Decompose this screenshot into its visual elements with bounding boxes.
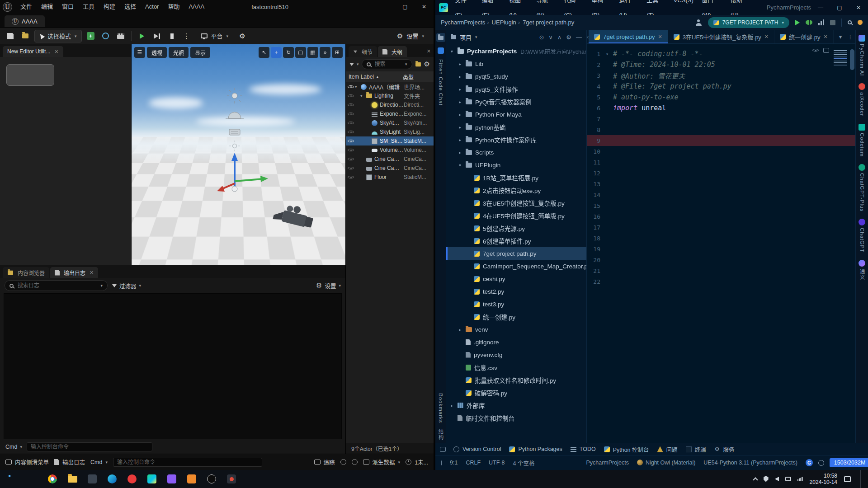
item-label-column-header[interactable]: Item Label ▲ [349,74,403,80]
project-tree-row[interactable]: 信息.csv [446,361,586,374]
tray-expand-icon[interactable] [753,477,758,482]
visibility-eye-icon[interactable] [348,165,354,171]
visibility-eye-icon[interactable] [348,174,354,180]
project-tree-row[interactable]: 6创建菜单插件.py [446,235,586,247]
project-tree-row[interactable]: pyvenv.cfg [446,348,586,361]
tool-window-button[interactable]: Python Packages [505,443,566,455]
tool-window-button[interactable]: 终端 [682,443,710,455]
app-purple-icon[interactable] [162,470,182,488]
right-stripe-tool[interactable]: PyCharm AI [859,35,865,76]
tool-windows-icon[interactable] [440,447,446,452]
save-icon[interactable] [5,30,16,42]
editor-tab[interactable]: 3在UE5中创建按钮_复杂版.py ✕ [668,30,774,43]
tool-window-button[interactable]: 服务 [710,443,739,455]
edge-browser-icon[interactable] [102,470,122,488]
display-icon[interactable] [785,477,791,481]
code-line[interactable]: 20 [587,254,855,265]
outliner-row[interactable]: SkyLight SkyLig... [346,127,434,136]
tool-window-button[interactable]: 问题 [653,443,682,455]
outliner-search-box[interactable]: ▾ [362,59,412,69]
file-encoding[interactable]: UTF-8 [489,460,505,466]
project-panel-title[interactable]: 项目 [460,33,472,42]
rotate-tool-icon[interactable]: ↻ [283,47,294,58]
grid-snap-icon[interactable]: ▦ [307,47,318,58]
menu-item[interactable]: 窗口 [57,0,78,14]
content-browser-tab[interactable]: 内容浏览器 [3,267,49,278]
derived-data-dropdown[interactable]: 派生数据▾ [363,458,401,466]
menu-item[interactable]: 文件 [16,0,37,14]
project-tree-row[interactable]: UEPlugin [446,159,586,171]
level-tab[interactable]: U AAAA [5,15,45,27]
code-line[interactable]: 12 [587,168,855,178]
eject-icon[interactable] [166,30,178,42]
expand-all-icon[interactable]: ∨ [548,34,553,41]
scale-tool-icon[interactable]: ▢ [295,47,306,58]
perspective-dropdown[interactable]: 透视 [147,47,167,58]
frame-skip-icon[interactable] [151,30,163,42]
project-tree-row[interactable]: Lib [446,57,586,70]
outliner-row[interactable]: Direction... Directi... [346,100,434,109]
lit-mode-dropdown[interactable]: 光照 [169,47,189,58]
console-command-input[interactable] [113,458,262,467]
right-stripe-tool[interactable]: ChatGPT-Plus [859,164,865,212]
project-tree-row[interactable]: 临时文件和控制台 [446,412,586,424]
code-line[interactable]: 5 # auto-py-to-exe [587,92,855,103]
close-icon[interactable]: ✕ [54,49,58,55]
expand-arrow-icon[interactable] [451,403,458,408]
code-line[interactable]: 8 [587,124,855,135]
tool-window-button[interactable]: Version Control [449,443,505,455]
maximize-viewport-icon[interactable]: ⊞ [332,47,343,58]
profiler-icon[interactable] [818,19,824,25]
menu-item[interactable]: 选择 [120,0,141,14]
notification-icon[interactable] [858,20,863,25]
code-line[interactable]: 3 # @Author: 雪花更夫 [587,70,855,81]
menu-item[interactable]: 帮助 [163,0,184,14]
close-icon[interactable]: ✕ [90,270,94,276]
code-line[interactable]: 19 [587,244,855,254]
move-gizmo[interactable] [217,153,268,192]
project-tree-row[interactable]: test3.py [446,298,586,310]
select-mode-dropdown[interactable]: 选择模式 ▾ [34,30,82,42]
blueprints-icon[interactable] [100,30,112,42]
tool-window-button[interactable]: TODO [566,443,600,455]
settings-dropdown[interactable]: 设置 ▾ [392,30,429,42]
collapse-all-icon[interactable]: ∧ [557,34,562,41]
code-line[interactable]: 6 import unreal [587,103,855,113]
project-tree-row[interactable]: 1B站_菜单栏拓展.py [446,171,586,184]
log-settings-dropdown[interactable]: 设置 ▾ [316,282,341,290]
code-line[interactable]: 2 # @Time: 2024-10-01 22:05 [587,59,855,70]
line-separator[interactable]: CRLF [466,460,481,466]
memory-indicator[interactable]: 1503/2032M [830,458,868,467]
file-explorer-icon[interactable] [62,470,82,488]
expand-toolbar-icon[interactable]: » [320,47,330,58]
caret-position[interactable]: 9:1 [450,460,458,466]
code-line[interactable]: 18 [587,233,855,244]
outliner-search-input[interactable] [374,61,402,68]
code-line[interactable]: 11 [587,157,855,168]
code-with-me-icon[interactable] [695,19,702,26]
project-tree-row[interactable]: venv [446,323,586,336]
transform-gizmo[interactable] [203,86,280,226]
close-tab-icon[interactable]: ✕ [823,34,827,40]
project-tree-row[interactable]: test2.py [446,285,586,298]
app-dark-icon[interactable] [82,470,102,488]
menu-item[interactable]: Actor [141,0,163,14]
utility-tab[interactable]: New Editor Utilit... ✕ [3,46,63,57]
expand-arrow-icon[interactable] [451,49,458,54]
hide-panel-icon[interactable]: — [576,34,582,41]
code-line[interactable]: 10 [587,146,855,157]
minimize-button[interactable] [811,0,830,15]
project-tree-row[interactable]: 3在UE5中创建按钮_复杂版.py [446,197,586,209]
fitten-code-chat-label[interactable]: Fitten Code Chat [438,59,443,106]
gear-icon[interactable] [424,60,430,68]
outliner-row[interactable]: SkyAtmo... SkyAtm... [346,118,434,127]
music-app-icon[interactable] [122,470,142,488]
code-line[interactable]: 14 [587,189,855,200]
run-icon[interactable] [795,20,800,25]
project-tree-row[interactable]: pyqt5_文件操作 [446,83,586,95]
visibility-eye-icon[interactable] [348,102,354,108]
more-options-icon[interactable]: ⋮ [181,30,193,42]
cinematics-icon[interactable] [115,30,127,42]
code-line[interactable]: 9 [587,135,855,146]
locate-file-icon[interactable]: ⊙ [539,34,544,41]
